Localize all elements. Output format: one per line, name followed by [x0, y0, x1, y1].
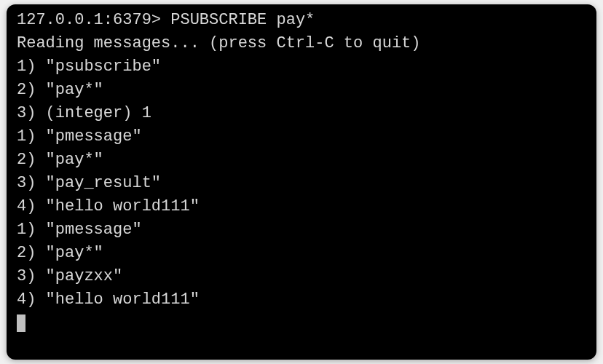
prompt-line: 127.0.0.1:6379> PSUBSCRIBE pay* — [17, 9, 586, 32]
output-line: 2) "pay*" — [17, 79, 586, 102]
command-input[interactable]: PSUBSCRIBE pay* — [170, 9, 315, 32]
output-line: 4) "hello world111" — [17, 195, 586, 218]
prompt-address: 127.0.0.1:6379 — [17, 9, 151, 32]
output-line: 3) "pay_result" — [17, 172, 586, 195]
output-line: 3) "payzxx" — [17, 265, 586, 288]
terminal-window[interactable]: 127.0.0.1:6379> PSUBSCRIBE pay* Reading … — [7, 4, 596, 360]
cursor — [17, 312, 586, 335]
output-line: 4) "hello world111" — [17, 288, 586, 312]
output-line: 1) "pmessage" — [17, 125, 586, 149]
output-line: 3) (integer) 1 — [17, 102, 586, 125]
output-line: 2) "pay*" — [17, 242, 586, 265]
prompt-separator: > — [151, 9, 170, 32]
output-line: 1) "psubscribe" — [17, 55, 586, 79]
output-line: 2) "pay*" — [17, 149, 586, 172]
output-line: 1) "pmessage" — [17, 218, 586, 242]
status-message: Reading messages... (press Ctrl-C to qui… — [17, 32, 586, 55]
